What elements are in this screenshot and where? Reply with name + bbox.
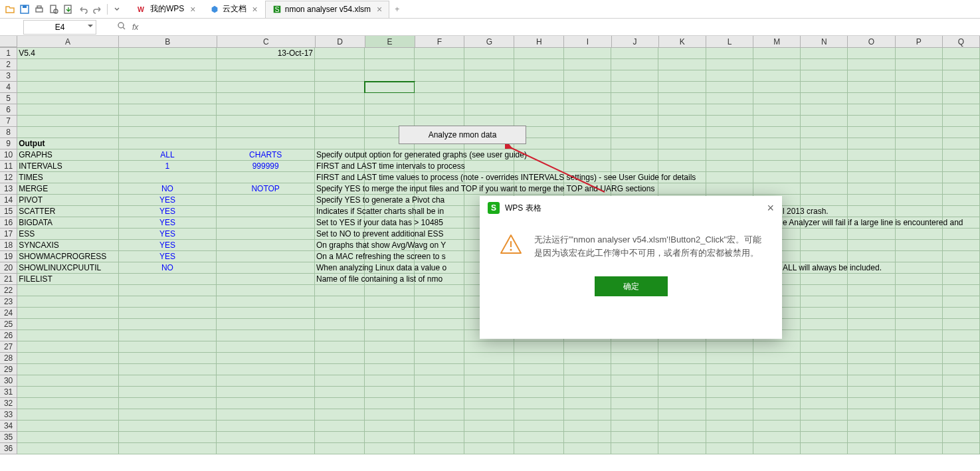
cell[interactable] (415, 296, 464, 308)
col-header-I[interactable]: I (564, 36, 611, 47)
cell[interactable] (753, 432, 801, 443)
cell[interactable] (801, 59, 848, 70)
row-header[interactable]: 27 (0, 341, 17, 353)
cell[interactable] (801, 353, 848, 364)
cell[interactable] (119, 172, 217, 183)
cell[interactable] (848, 240, 895, 251)
cell[interactable] (848, 375, 895, 387)
cell[interactable] (658, 409, 706, 421)
cell[interactable] (365, 375, 415, 387)
cell[interactable] (315, 330, 365, 341)
cell[interactable] (365, 308, 415, 319)
cell[interactable] (514, 443, 564, 454)
cell[interactable] (464, 387, 514, 398)
cell[interactable] (801, 195, 848, 206)
cell[interactable] (17, 93, 118, 104)
cell[interactable] (896, 409, 943, 421)
cell[interactable] (943, 183, 980, 195)
print-preview-icon[interactable] (47, 3, 60, 16)
cell[interactable] (315, 308, 365, 319)
cell[interactable] (611, 398, 658, 409)
cell[interactable] (801, 330, 848, 341)
cell[interactable] (365, 398, 415, 409)
cell[interactable] (896, 127, 943, 138)
cell[interactable] (801, 229, 848, 240)
cell[interactable] (415, 330, 464, 341)
cell[interactable]: YES (119, 240, 217, 251)
cell[interactable] (706, 127, 753, 138)
cell[interactable] (943, 82, 980, 93)
cell[interactable] (706, 432, 753, 443)
col-header-H[interactable]: H (514, 36, 564, 47)
cell[interactable] (801, 375, 848, 387)
cell[interactable] (17, 70, 118, 82)
cell[interactable]: Set to YES if your data has > 10485 (315, 217, 365, 229)
row-header[interactable]: 17 (0, 229, 17, 240)
cell[interactable] (943, 48, 980, 59)
cell[interactable] (415, 443, 464, 454)
cell[interactable] (943, 70, 980, 82)
cell[interactable] (611, 364, 658, 375)
cell[interactable] (611, 353, 658, 364)
cell[interactable] (801, 364, 848, 375)
cell[interactable] (514, 59, 564, 70)
cell[interactable] (119, 421, 217, 432)
cell[interactable] (848, 421, 895, 432)
cell[interactable] (17, 375, 118, 387)
cell[interactable] (217, 93, 315, 104)
cell[interactable] (801, 48, 848, 59)
col-header-L[interactable]: L (706, 36, 753, 47)
row-header[interactable]: 20 (0, 262, 17, 274)
cell[interactable] (315, 421, 365, 432)
cell[interactable] (896, 432, 943, 443)
cell[interactable] (896, 341, 943, 353)
cell[interactable] (943, 432, 980, 443)
cell[interactable] (217, 82, 315, 93)
cell[interactable]: 1 (119, 161, 217, 172)
analyze-nmon-button[interactable]: Analyze nmon data (399, 126, 526, 144)
cell[interactable] (801, 70, 848, 82)
cell[interactable] (17, 285, 118, 296)
cell[interactable] (365, 341, 415, 353)
cell[interactable] (564, 104, 611, 116)
cell[interactable] (464, 341, 514, 353)
cell[interactable] (564, 341, 611, 353)
cell[interactable] (753, 59, 801, 70)
cell[interactable] (415, 341, 464, 353)
save-icon[interactable] (18, 3, 31, 16)
cell[interactable] (611, 104, 658, 116)
cell[interactable] (658, 421, 706, 432)
cell[interactable] (17, 330, 118, 341)
cell[interactable] (848, 70, 895, 82)
col-header-Q[interactable]: Q (943, 36, 980, 47)
cell[interactable] (119, 274, 217, 285)
cell[interactable] (801, 116, 848, 127)
cell[interactable] (564, 443, 611, 454)
cell[interactable] (315, 116, 365, 127)
cell[interactable] (848, 387, 895, 398)
cell[interactable] (415, 82, 464, 93)
cell[interactable] (801, 443, 848, 454)
cell[interactable] (706, 398, 753, 409)
cell[interactable] (315, 127, 365, 138)
cell[interactable] (801, 104, 848, 116)
cell[interactable] (17, 127, 118, 138)
row-header[interactable]: 12 (0, 172, 17, 183)
cell[interactable] (896, 296, 943, 308)
cell[interactable] (753, 48, 801, 59)
cell[interactable] (848, 195, 895, 206)
cell[interactable] (801, 285, 848, 296)
cell[interactable]: YES (119, 195, 217, 206)
cell[interactable] (464, 421, 514, 432)
cell[interactable] (217, 116, 315, 127)
cell[interactable] (564, 116, 611, 127)
search-icon[interactable] (116, 21, 127, 33)
cell[interactable] (753, 104, 801, 116)
cell[interactable] (896, 172, 943, 183)
cell[interactable]: ALL (119, 149, 217, 161)
cell[interactable] (943, 319, 980, 330)
cell[interactable] (17, 398, 118, 409)
cell[interactable] (611, 70, 658, 82)
cell[interactable] (658, 70, 706, 82)
cell[interactable] (365, 48, 415, 59)
